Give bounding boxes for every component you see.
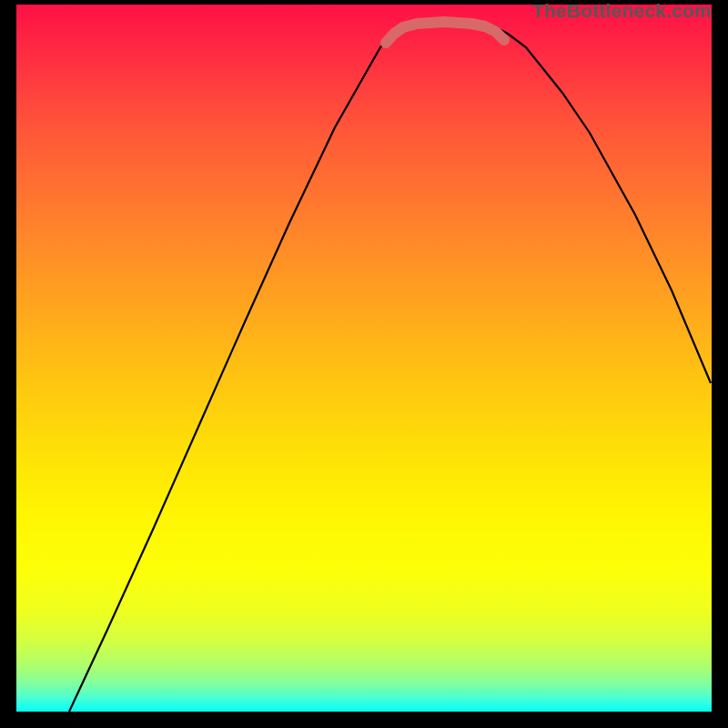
main-curve [69, 22, 711, 712]
chart-frame: TheBottleneck.com [16, 5, 712, 712]
valley-highlight [386, 22, 504, 43]
curve-svg [16, 5, 712, 712]
